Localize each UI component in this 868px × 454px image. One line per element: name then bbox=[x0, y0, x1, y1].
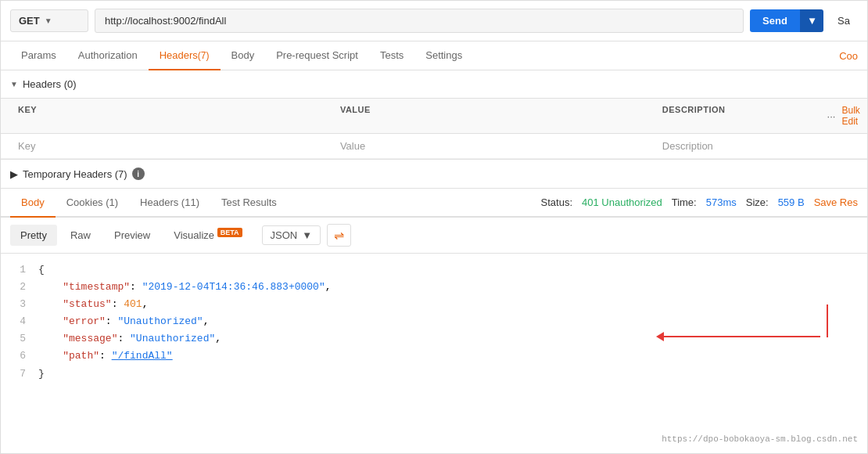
wrap-icon: ⇌ bbox=[334, 228, 344, 243]
resp-tab-test-results[interactable]: Test Results bbox=[210, 189, 288, 218]
status-value: 401 Unauthorized bbox=[582, 196, 662, 208]
more-icon[interactable]: ··· bbox=[827, 110, 836, 122]
chevron-down-icon: ▼ bbox=[45, 16, 52, 25]
key-placeholder[interactable]: Key bbox=[10, 134, 332, 158]
temp-headers-toggle[interactable]: ▶ Temporary Headers (7) i bbox=[1, 160, 867, 189]
json-viewer: 1 { 2 "timestamp": "2019-12-04T14:36:46.… bbox=[1, 254, 867, 453]
view-tab-pretty[interactable]: Pretty bbox=[10, 225, 57, 246]
json-line-2: 2 "timestamp": "2019-12-04T14:36:46.883+… bbox=[10, 279, 858, 296]
json-line-7: 7 } bbox=[10, 366, 858, 383]
header-row-placeholder: Key Value Description bbox=[1, 134, 867, 159]
bulk-edit-button[interactable]: Bulk Edit bbox=[841, 105, 859, 127]
headers-badge: (7) bbox=[198, 50, 210, 61]
time-value: 573ms bbox=[706, 196, 737, 208]
view-tabs-bar: Pretty Raw Preview Visualize BETA JSON ▼… bbox=[1, 218, 867, 254]
tab-tests[interactable]: Tests bbox=[369, 41, 414, 70]
json-line-4: 4 "error": "Unauthorized", bbox=[10, 313, 858, 330]
resp-tab-headers[interactable]: Headers (11) bbox=[129, 189, 210, 218]
format-select[interactable]: JSON ▼ bbox=[262, 225, 321, 245]
expand-arrow-icon: ▶ bbox=[10, 168, 18, 180]
url-input[interactable] bbox=[95, 9, 744, 33]
tab-headers[interactable]: Headers(7) bbox=[149, 41, 221, 70]
tab-params[interactable]: Params bbox=[10, 41, 67, 70]
time-label: Time: bbox=[672, 196, 697, 208]
value-column-header: VALUE bbox=[332, 99, 655, 133]
response-tabs-bar: Body Cookies (1) Headers (11) Test Resul… bbox=[1, 189, 867, 218]
json-line-1: 1 { bbox=[10, 261, 858, 279]
tab-prerequest[interactable]: Pre-request Script bbox=[265, 41, 369, 70]
send-button[interactable]: Send bbox=[750, 9, 800, 32]
chevron-down-icon: ▼ bbox=[302, 229, 312, 241]
save-button[interactable]: Sa bbox=[830, 9, 858, 32]
status-label: Status: bbox=[541, 196, 572, 208]
view-tab-raw[interactable]: Raw bbox=[60, 225, 101, 246]
temp-headers-title: Temporary Headers (7) bbox=[23, 168, 127, 180]
wrap-button[interactable]: ⇌ bbox=[327, 224, 351, 247]
watermark: https://dpo-bobokaoya-sm.blog.csdn.net bbox=[662, 432, 858, 447]
table-actions: ··· Bulk Edit bbox=[824, 99, 858, 133]
value-placeholder[interactable]: Value bbox=[332, 134, 655, 158]
size-value: 559 B bbox=[778, 196, 805, 208]
method-select[interactable]: GET ▼ bbox=[10, 9, 88, 32]
view-tab-visualize[interactable]: Visualize BETA bbox=[163, 224, 252, 246]
request-tabs: Params Authorization Headers(7) Body Pre… bbox=[1, 41, 867, 70]
headers-section: ▼ Headers (0) KEY VALUE DESCRIPTION ··· … bbox=[1, 70, 867, 160]
send-dropdown-button[interactable]: ▼ bbox=[800, 9, 823, 32]
headers-section-title: Headers (0) bbox=[23, 78, 77, 90]
arrow-head-icon bbox=[656, 332, 664, 341]
resp-tab-cookies[interactable]: Cookies (1) bbox=[56, 189, 129, 218]
tab-authorization[interactable]: Authorization bbox=[67, 41, 149, 70]
resp-tab-body[interactable]: Body bbox=[10, 189, 56, 218]
cool-link[interactable]: Coo bbox=[839, 50, 858, 62]
description-column-header: DESCRIPTION bbox=[655, 99, 824, 133]
info-icon: i bbox=[132, 168, 145, 180]
tab-settings[interactable]: Settings bbox=[414, 41, 473, 70]
json-line-3: 3 "status": 401, bbox=[10, 296, 858, 313]
size-label: Size: bbox=[746, 196, 769, 208]
method-label: GET bbox=[19, 15, 40, 27]
json-line-6: 6 "path": "/findAll" bbox=[10, 348, 858, 365]
view-tab-preview[interactable]: Preview bbox=[104, 225, 160, 246]
key-column-header: KEY bbox=[10, 99, 332, 133]
response-meta: Status: 401 Unauthorized Time: 573ms Siz… bbox=[541, 196, 858, 208]
send-btn-wrapper: Send ▼ bbox=[750, 9, 823, 32]
app-container: GET ▼ Send ▼ Sa Params Authorization Hea… bbox=[0, 0, 868, 454]
headers-toggle[interactable]: ▼ Headers (0) bbox=[1, 70, 867, 98]
arrow-line bbox=[664, 336, 820, 337]
collapse-arrow-icon: ▼ bbox=[10, 80, 18, 88]
arrow-annotation bbox=[656, 332, 820, 341]
top-bar: GET ▼ Send ▼ Sa bbox=[1, 1, 867, 41]
beta-badge: BETA bbox=[217, 228, 242, 237]
description-placeholder[interactable]: Description bbox=[655, 134, 858, 158]
save-response-button[interactable]: Save Res bbox=[814, 196, 858, 208]
headers-table-header: KEY VALUE DESCRIPTION ··· Bulk Edit bbox=[1, 98, 867, 134]
tab-body[interactable]: Body bbox=[221, 41, 266, 70]
